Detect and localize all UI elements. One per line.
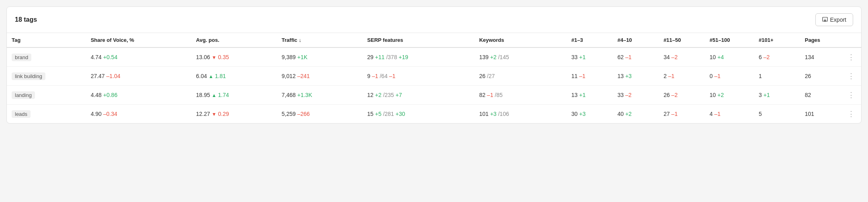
- cell-sov: 4.90 –0.34: [86, 105, 191, 124]
- tag-badge[interactable]: brand: [12, 54, 31, 61]
- more-button[interactable]: ⋮: [846, 109, 856, 118]
- cell-pages: 26: [800, 67, 841, 86]
- tag-badge[interactable]: link building: [12, 72, 45, 80]
- col-sov: Share of Voice, %: [86, 33, 191, 47]
- cell-serp: 9 –1 /64 –1: [362, 67, 475, 86]
- col-r11-50: #11–50: [659, 33, 705, 47]
- cell-tag: leads: [7, 105, 86, 124]
- cell-sov: 27.47 –1.04: [86, 67, 191, 86]
- cell-r51-100: 0 –1: [705, 67, 754, 86]
- cell-pages: 82: [800, 86, 841, 105]
- avg-pos-value: 13.06: [196, 54, 210, 60]
- cell-avg-pos: 13.06 ▼ 0.35: [191, 47, 277, 67]
- avg-pos-value: 12.27: [196, 111, 210, 117]
- cell-keywords: 82 –1 /85: [474, 86, 566, 105]
- pages-value: 134: [805, 54, 814, 60]
- cell-avg-pos: 12.27 ▼ 0.29: [191, 105, 277, 124]
- serp-a: 15: [367, 111, 374, 117]
- r1-3-value: 33: [571, 54, 578, 60]
- r11-50-value: 26: [663, 92, 670, 98]
- serp-b: /64: [380, 73, 387, 79]
- serp-a: 9: [367, 73, 371, 79]
- cell-serp: 15 +5 /281 +30: [362, 105, 475, 124]
- avg-pos-change: 0.35: [218, 54, 229, 60]
- r51-100-value: 4: [710, 111, 713, 117]
- cell-r101: 6 –2: [754, 47, 800, 67]
- more-button[interactable]: ⋮: [846, 72, 856, 80]
- kw-value: 101: [479, 111, 488, 117]
- serp-b: /281: [383, 111, 394, 117]
- cell-avg-pos: 6.04 ▲ 1.81: [191, 67, 277, 86]
- col-tag: Tag: [7, 33, 86, 47]
- kw-total: /27: [487, 73, 495, 79]
- r101-value: 1: [759, 73, 762, 79]
- cell-more[interactable]: ⋮: [841, 67, 861, 86]
- avg-pos-change: 1.81: [215, 73, 226, 79]
- avg-pos-value: 18.95: [196, 92, 210, 98]
- traffic-value: 7,468: [282, 92, 296, 98]
- serp-a: 12: [367, 92, 374, 98]
- kw-value: 139: [479, 54, 488, 60]
- cell-r11-50: 26 –2: [659, 86, 705, 105]
- serp-b: /235: [383, 92, 394, 98]
- tag-badge[interactable]: landing: [12, 91, 35, 99]
- kw-value: 26: [479, 73, 485, 79]
- cell-r1-3: 30 +3: [567, 105, 613, 124]
- cell-keywords: 139 +2 /145: [474, 47, 566, 67]
- cell-more[interactable]: ⋮: [841, 86, 861, 105]
- kw-total: /145: [498, 54, 509, 60]
- traffic-value: 9,389: [282, 54, 296, 60]
- more-button[interactable]: ⋮: [846, 91, 856, 99]
- traffic-value: 5,259: [282, 111, 296, 117]
- col-pages: Pages: [800, 33, 841, 47]
- col-avg: Avg. pos.: [191, 33, 277, 47]
- cell-tag: brand: [7, 47, 86, 67]
- col-r1-3: #1–3: [567, 33, 613, 47]
- cell-keywords: 26 /27: [474, 67, 566, 86]
- cell-more[interactable]: ⋮: [841, 47, 861, 67]
- cell-avg-pos: 18.95 ▲ 1.74: [191, 86, 277, 105]
- cell-r101: 3 +1: [754, 86, 800, 105]
- r1-3-value: 30: [571, 111, 578, 117]
- sov-value: 4.90: [91, 111, 102, 117]
- kw-total: /106: [498, 111, 509, 117]
- kw-total: /85: [495, 92, 502, 98]
- tags-table: Tag Share of Voice, % Avg. pos. Traffic …: [7, 33, 861, 123]
- export-button[interactable]: Export: [815, 13, 853, 26]
- r11-50-value: 2: [663, 73, 667, 79]
- avg-pos-change: 1.74: [218, 92, 229, 98]
- serp-b: /378: [386, 54, 397, 60]
- cell-traffic: 7,468 +1.3K: [277, 86, 362, 105]
- table-row: landing 4.48 +0.86 18.95 ▲ 1.74 7,468 +1…: [7, 86, 861, 105]
- r11-50-value: 27: [663, 111, 670, 117]
- export-label: Export: [830, 16, 846, 23]
- cell-serp: 29 +11 /378 +19: [362, 47, 475, 67]
- col-r51-100: #51–100: [705, 33, 754, 47]
- cell-sov: 4.48 +0.86: [86, 86, 191, 105]
- r51-100-value: 10: [710, 92, 716, 98]
- cell-r4-10: 13 +3: [612, 67, 659, 86]
- cell-r4-10: 33 –2: [612, 86, 659, 105]
- cell-more[interactable]: ⋮: [841, 105, 861, 124]
- cell-serp: 12 +2 /235 +7: [362, 86, 475, 105]
- table-row: brand 4.74 +0.54 13.06 ▼ 0.35 9,389 +1K …: [7, 47, 861, 67]
- cell-keywords: 101 +3 /106: [474, 105, 566, 124]
- r4-10-value: 40: [617, 111, 624, 117]
- cell-r4-10: 62 –1: [612, 47, 659, 67]
- sov-value: 4.48: [91, 92, 102, 98]
- tag-badge[interactable]: leads: [12, 110, 31, 118]
- tags-table-container: 18 tags Export Tag Share of Voice, % Avg…: [6, 6, 862, 124]
- r1-3-value: 11: [571, 73, 578, 79]
- traffic-value: 9,012: [282, 73, 296, 79]
- avg-pos-change: 0.29: [218, 111, 229, 117]
- cell-r101: 5: [754, 105, 800, 124]
- cell-tag: link building: [7, 67, 86, 86]
- cell-r11-50: 2 –1: [659, 67, 705, 86]
- col-serp: SERP features: [362, 33, 475, 47]
- table-row: link building 27.47 –1.04 6.04 ▲ 1.81 9,…: [7, 67, 861, 86]
- sov-value: 27.47: [91, 73, 105, 79]
- cell-r51-100: 4 –1: [705, 105, 754, 124]
- more-button[interactable]: ⋮: [846, 53, 856, 62]
- pages-value: 26: [805, 73, 811, 79]
- cell-tag: landing: [7, 86, 86, 105]
